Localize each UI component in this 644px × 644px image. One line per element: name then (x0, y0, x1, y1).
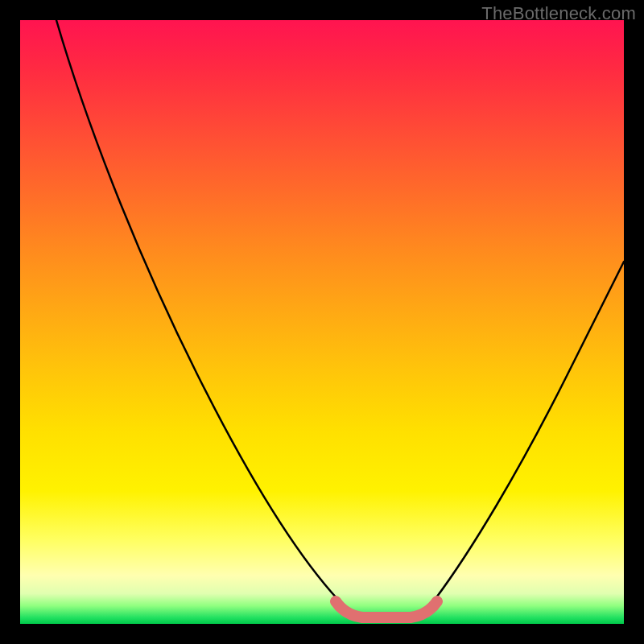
chart-frame: TheBottleneck.com (0, 0, 644, 644)
watermark-text: TheBottleneck.com (481, 3, 636, 24)
plot-area (20, 20, 624, 624)
optimal-band (336, 601, 437, 617)
bottleneck-curve (56, 20, 624, 616)
curve-svg (20, 20, 624, 624)
